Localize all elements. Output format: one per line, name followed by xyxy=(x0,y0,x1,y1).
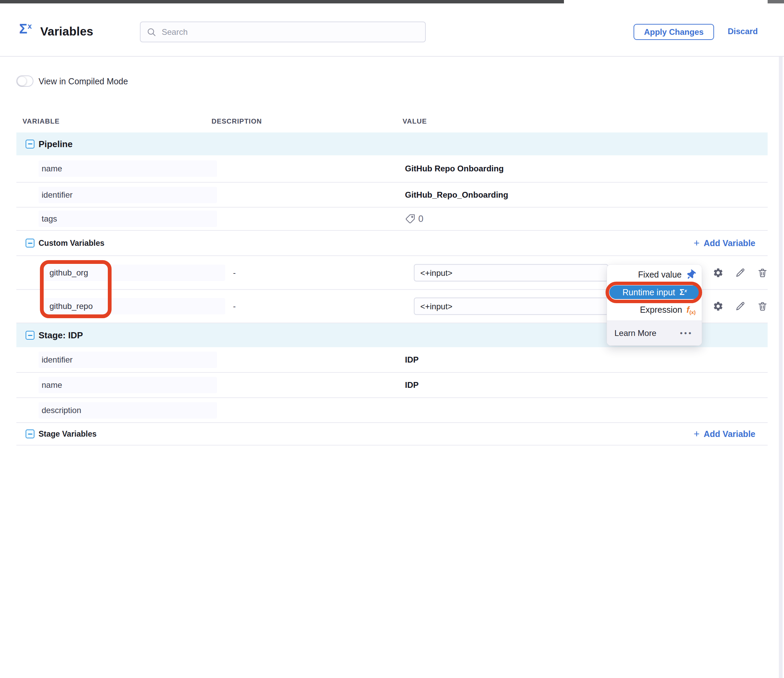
variable-value: GitHub Repo Onboarding xyxy=(405,164,504,173)
tag-count: 0 xyxy=(418,214,423,224)
table-row: name IDP xyxy=(16,373,768,398)
row-actions xyxy=(712,301,768,312)
variable-label: name xyxy=(39,377,217,393)
learn-more-link[interactable]: Learn More xyxy=(614,329,656,338)
collapse-icon[interactable] xyxy=(26,140,34,148)
section-title: Stage: IDP xyxy=(39,330,83,341)
compiled-mode-label: View in Compiled Mode xyxy=(39,76,128,86)
delete-trash-icon[interactable] xyxy=(757,267,768,279)
variable-label: identifier xyxy=(39,352,217,368)
variable-label: description xyxy=(39,402,217,419)
edit-pencil-icon[interactable] xyxy=(734,267,746,279)
collapse-icon[interactable] xyxy=(26,331,34,340)
table-row: identifier IDP xyxy=(16,347,768,373)
column-header-variable: VARIABLE xyxy=(23,117,60,125)
menu-footer: Learn More ••• xyxy=(607,321,702,346)
subsection-title: Stage Variables xyxy=(39,429,96,439)
header-divider xyxy=(0,56,784,57)
subsection-row-custom-variables: Custom Variables + Add Variable xyxy=(16,231,768,256)
add-variable-button[interactable]: + Add Variable xyxy=(694,238,755,248)
collapse-icon[interactable] xyxy=(26,238,34,248)
pin-icon xyxy=(686,270,695,280)
window-top-bar-corner xyxy=(768,0,784,3)
variable-name: github_repo xyxy=(44,298,225,315)
discard-button[interactable]: Discard xyxy=(728,26,758,36)
table-row: tags 0 xyxy=(16,207,768,231)
table-row: description xyxy=(16,398,768,423)
variable-label: identifier xyxy=(39,187,217,203)
settings-gear-icon[interactable] xyxy=(712,267,724,279)
toggle-knob xyxy=(17,76,26,86)
variable-value: IDP xyxy=(405,355,418,365)
variable-description: - xyxy=(233,268,236,277)
column-header-description: DESCRIPTION xyxy=(212,117,262,125)
menu-item-fixed-value[interactable]: Fixed value xyxy=(607,265,702,285)
variable-value: IDP xyxy=(405,380,418,390)
subsection-title: Custom Variables xyxy=(39,238,104,248)
sigma-x-icon: Σx xyxy=(19,22,32,36)
add-variable-button[interactable]: + Add Variable xyxy=(694,429,755,439)
table-header-row: VARIABLE DESCRIPTION VALUE xyxy=(16,110,768,132)
value-input[interactable]: <+input> xyxy=(414,298,608,315)
vertical-scrollbar[interactable] xyxy=(779,3,782,678)
apply-changes-button[interactable]: Apply Changes xyxy=(633,24,714,40)
variable-value: GitHub_Repo_Onboarding xyxy=(405,190,508,200)
panel-header: Σx Variables Apply Changes Discard xyxy=(0,3,784,57)
collapse-icon[interactable] xyxy=(26,429,34,438)
fx-icon: f(x) xyxy=(686,305,695,315)
menu-item-expression[interactable]: Expression f(x) xyxy=(607,299,702,320)
menu-item-runtime-input[interactable]: Runtime input Σx xyxy=(609,285,700,299)
column-header-value: VALUE xyxy=(403,117,427,125)
variable-label: tags xyxy=(39,210,217,227)
subsection-row-stage-variables: Stage Variables + Add Variable xyxy=(16,423,768,446)
edit-pencil-icon[interactable] xyxy=(734,301,746,312)
variable-name: github_org xyxy=(44,265,225,281)
compiled-mode-toggle[interactable] xyxy=(16,75,33,87)
delete-trash-icon[interactable] xyxy=(757,301,768,312)
sigma-x-icon: Σx xyxy=(680,287,687,297)
variable-label: name xyxy=(39,161,217,177)
tags-value: 0 xyxy=(405,214,423,224)
section-title: Pipeline xyxy=(39,139,73,149)
tag-icon xyxy=(405,214,415,224)
settings-gear-icon[interactable] xyxy=(712,301,724,312)
search-box xyxy=(140,22,426,42)
variable-description: - xyxy=(233,301,236,311)
more-options-icon[interactable]: ••• xyxy=(680,329,693,338)
page-title: Variables xyxy=(40,25,93,38)
plus-icon: + xyxy=(694,238,700,248)
search-input[interactable] xyxy=(140,22,426,42)
row-actions xyxy=(712,267,768,279)
section-row-pipeline: Pipeline xyxy=(16,132,768,155)
plus-icon: + xyxy=(694,429,700,439)
table-row: identifier GitHub_Repo_Onboarding xyxy=(16,182,768,207)
window-top-bar xyxy=(0,0,564,3)
value-input[interactable]: <+input> xyxy=(414,264,608,281)
table-row: name GitHub Repo Onboarding xyxy=(16,155,768,182)
search-icon xyxy=(147,27,156,37)
value-type-menu: Fixed value Runtime input Σx Expression … xyxy=(607,265,702,346)
